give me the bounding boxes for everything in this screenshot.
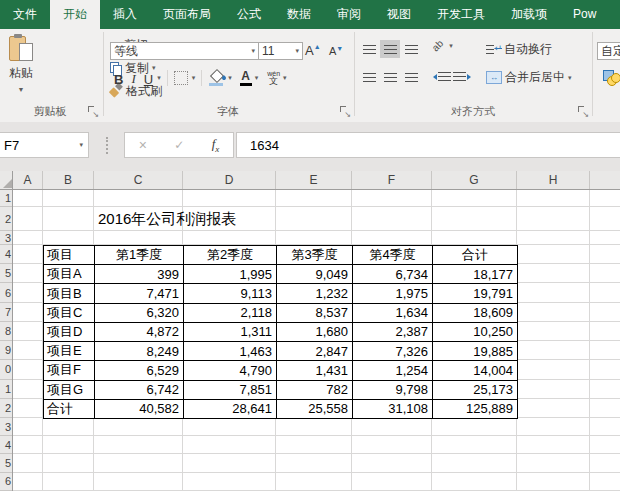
tab-power[interactable]: Pow	[560, 0, 609, 29]
tab-data[interactable]: 数据	[274, 0, 324, 29]
tab-formulas[interactable]: 公式	[224, 0, 274, 29]
font-name-dropdown-icon[interactable]: ▾	[251, 47, 255, 55]
bold-button[interactable]: B	[110, 69, 127, 87]
col-header-G[interactable]: G	[432, 171, 517, 190]
align-bottom-button[interactable]	[401, 40, 421, 58]
merge-center-dropdown-icon[interactable]: ▾	[568, 74, 572, 82]
cell-F6[interactable]: 1,975	[353, 284, 433, 303]
enter-icon[interactable]: ✓	[174, 138, 184, 152]
cell-F7[interactable]: 1,634	[353, 304, 433, 323]
cell-D6[interactable]: 9,113	[184, 284, 277, 303]
col-header-A[interactable]: A	[13, 171, 43, 190]
cell-C4[interactable]: 第1季度	[95, 246, 184, 265]
accounting-format-icon[interactable]	[603, 70, 620, 86]
cell-B4[interactable]: 项目	[44, 246, 95, 265]
cell-F8[interactable]: 2,387	[353, 323, 433, 342]
tab-home[interactable]: 开始	[50, 0, 100, 29]
decrease-indent-button[interactable]	[433, 72, 451, 81]
cell-E5[interactable]: 9,049	[277, 265, 353, 284]
cell-D8[interactable]: 1,311	[184, 323, 277, 342]
font-name-combo[interactable]: 等线▾	[110, 42, 259, 60]
increase-font-size-button[interactable]: A▲	[305, 43, 321, 58]
tab-add-ins[interactable]: 加载项	[498, 0, 560, 29]
cell-G6[interactable]: 19,791	[433, 284, 518, 303]
cell-F11[interactable]: 9,798	[353, 381, 433, 400]
orientation-button[interactable]: ab ▾	[432, 40, 453, 51]
decrease-font-size-button[interactable]: A▼	[329, 45, 343, 57]
align-center-button[interactable]	[380, 68, 400, 86]
orientation-dropdown-icon[interactable]: ▾	[449, 42, 453, 50]
col-header-H[interactable]: H	[517, 171, 590, 190]
cancel-icon[interactable]: ×	[139, 137, 147, 153]
font-size-dropdown-icon[interactable]: ▾	[295, 47, 299, 55]
tab-developer[interactable]: 开发工具	[424, 0, 498, 29]
increase-indent-button[interactable]	[453, 72, 471, 81]
tab-page-layout[interactable]: 页面布局	[150, 0, 224, 29]
cell-E4[interactable]: 第3季度	[277, 246, 353, 265]
tab-insert[interactable]: 插入	[100, 0, 150, 29]
italic-button[interactable]: I	[127, 69, 139, 87]
cell-E11[interactable]: 782	[277, 381, 353, 400]
col-header-E[interactable]: E	[276, 171, 352, 190]
cell-C8[interactable]: 4,872	[95, 323, 184, 342]
align-right-button[interactable]	[401, 68, 421, 86]
fill-color-icon[interactable]	[208, 70, 226, 86]
wrap-text-button[interactable]: ↵ 自动换行	[486, 41, 552, 58]
cell-F10[interactable]: 1,254	[353, 361, 433, 380]
tab-review[interactable]: 审阅	[324, 0, 374, 29]
cell-D12[interactable]: 28,641	[184, 400, 277, 419]
cell-B5[interactable]: 项目A	[44, 265, 95, 284]
cell-E9[interactable]: 2,847	[277, 342, 353, 361]
align-top-button[interactable]	[359, 40, 379, 58]
cell-G11[interactable]: 25,173	[433, 381, 518, 400]
tab-file[interactable]: 文件	[0, 0, 50, 29]
cell-G8[interactable]: 10,250	[433, 323, 518, 342]
cell-D9[interactable]: 1,463	[184, 342, 277, 361]
cell-C6[interactable]: 7,471	[95, 284, 184, 303]
col-header-C[interactable]: C	[94, 171, 183, 190]
underline-dropdown-icon[interactable]: ▾	[157, 74, 161, 82]
paste-dropdown-icon[interactable]: ▼	[18, 86, 25, 93]
phonetic-guide-button[interactable]: wén 文	[267, 70, 280, 86]
cell-E10[interactable]: 1,431	[277, 361, 353, 380]
merge-center-button[interactable]: ↔ 合并后居中 ▾	[486, 69, 572, 86]
cell-C11[interactable]: 6,742	[95, 381, 184, 400]
cell-B9[interactable]: 项目E	[44, 342, 95, 361]
cell-D4[interactable]: 第2季度	[184, 246, 277, 265]
cell-G12[interactable]: 125,889	[433, 400, 518, 419]
cell-E12[interactable]: 25,558	[277, 400, 353, 419]
tab-view[interactable]: 视图	[374, 0, 424, 29]
borders-icon[interactable]	[174, 71, 188, 85]
cell-G4[interactable]: 合计	[433, 246, 518, 265]
cell-F5[interactable]: 6,734	[353, 265, 433, 284]
cell-C5[interactable]: 399	[95, 265, 184, 284]
cell-E8[interactable]: 1,680	[277, 323, 353, 342]
cell-D10[interactable]: 4,790	[184, 361, 277, 380]
col-header-F[interactable]: F	[352, 171, 432, 190]
cell-E7[interactable]: 8,537	[277, 304, 353, 323]
cell-G5[interactable]: 18,177	[433, 265, 518, 284]
phonetic-dropdown-icon[interactable]: ▾	[283, 74, 287, 82]
clipboard-dialog-launcher[interactable]: ↘	[88, 106, 98, 116]
cell-D11[interactable]: 7,851	[184, 381, 277, 400]
cell-B7[interactable]: 项目C	[44, 304, 95, 323]
cell-B11[interactable]: 项目G	[44, 381, 95, 400]
fill-color-dropdown-icon[interactable]: ▾	[228, 74, 232, 82]
align-middle-button[interactable]	[380, 40, 400, 58]
underline-button[interactable]: U	[140, 69, 157, 87]
cell-B12[interactable]: 合计	[44, 400, 95, 419]
cell-E6[interactable]: 1,232	[277, 284, 353, 303]
col-header-I[interactable]: I	[590, 171, 620, 190]
cell-F12[interactable]: 31,108	[353, 400, 433, 419]
cell-F9[interactable]: 7,326	[353, 342, 433, 361]
borders-dropdown-icon[interactable]: ▾	[192, 74, 196, 82]
cell-G10[interactable]: 14,004	[433, 361, 518, 380]
cell-G9[interactable]: 19,885	[433, 342, 518, 361]
font-color-button[interactable]: A	[240, 70, 252, 86]
name-box-dropdown-icon[interactable]: ▾	[79, 141, 83, 149]
align-left-button[interactable]	[359, 68, 379, 86]
font-size-combo[interactable]: 11▾	[258, 42, 303, 60]
number-format-combo[interactable]: 自定	[597, 42, 620, 60]
col-header-D[interactable]: D	[183, 171, 276, 190]
alignment-dialog-launcher[interactable]: ↘	[578, 106, 588, 116]
